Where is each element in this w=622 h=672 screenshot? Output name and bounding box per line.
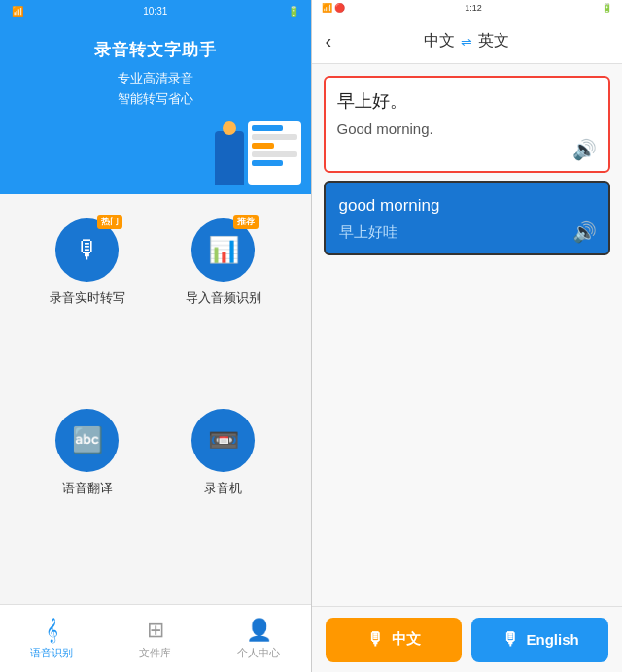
grid-item-translate[interactable]: 🔤 语音翻译 — [29, 409, 146, 580]
en-record-button[interactable]: 🎙 English — [471, 618, 608, 662]
result-main-text: good morning — [339, 196, 596, 216]
nav-item-voice[interactable]: 𝄞 语音识别 — [0, 618, 104, 660]
en-btn-label: English — [527, 631, 579, 648]
grid-icon-translate-wrap: 🔤 — [55, 409, 119, 472]
illus-card — [248, 121, 301, 185]
feature-grid: 热门 🎙 录音实时转写 推荐 📊 导入音频识别 🔤 语音翻译 📼 录音机 — [0, 194, 311, 604]
mic-icon: 🎙 — [75, 235, 100, 265]
grid-label-realtime: 录音实时转写 — [50, 289, 125, 307]
illus-line-1 — [252, 125, 284, 131]
grid-item-recorder[interactable]: 📼 录音机 — [165, 409, 282, 580]
illus-line-5 — [252, 160, 284, 166]
files-nav-icon: ⊞ — [147, 618, 164, 643]
bottom-nav: 𝄞 语音识别 ⊞ 文件库 👤 个人中心 — [0, 604, 311, 672]
en-mic-icon: 🎙 — [501, 629, 519, 650]
nav-label-profile: 个人中心 — [237, 646, 280, 660]
header-illustration — [215, 121, 301, 185]
grid-item-import[interactable]: 推荐 📊 导入音频识别 — [165, 218, 282, 389]
left-status-bar: 📶 10:31 🔋 — [0, 6, 311, 17]
nav-item-files[interactable]: ⊞ 文件库 — [104, 618, 208, 660]
result-text-box: good morning 早上好哇 🔊 — [324, 181, 611, 255]
grid-icon-recorder-wrap: 📼 — [191, 409, 255, 472]
lang-from: 中文 — [424, 31, 455, 51]
left-panel: 📶 10:31 🔋 录音转文字助手 专业高清录音智能转写省心 热门 🎙 录音实时… — [0, 0, 311, 672]
recorder-icon: 📼 — [208, 425, 239, 455]
right-header: ‹ 中文 ⇌ 英文 — [312, 19, 623, 64]
illus-line-2 — [252, 134, 297, 140]
source-text-box: 早上好。 Good morning. 🔊 — [324, 76, 611, 173]
grid-label-translate: 语音翻译 — [62, 480, 113, 497]
cn-record-button[interactable]: 🎙 中文 — [326, 618, 463, 662]
source-chinese-text: 早上好。 — [337, 89, 598, 113]
grid-item-realtime[interactable]: 热门 🎙 录音实时转写 — [29, 218, 146, 389]
translate-icon: 🔤 — [72, 425, 103, 455]
profile-nav-icon: 👤 — [246, 618, 272, 643]
lang-swap-icon[interactable]: ⇌ — [461, 34, 472, 50]
nav-label-files: 文件库 — [139, 646, 171, 660]
source-english-text: Good morning. — [337, 120, 598, 137]
result-sub-text: 早上好哇 — [339, 223, 596, 242]
badge-hot: 热门 — [97, 215, 122, 229]
grid-icon-import-wrap: 推荐 📊 — [191, 218, 255, 282]
voice-nav-icon: 𝄞 — [46, 618, 58, 643]
nav-label-voice: 语音识别 — [30, 646, 73, 660]
right-signal-icon: 📶 🔴 — [322, 3, 346, 17]
app-subtitle: 专业高清录音智能转写省心 — [118, 69, 193, 110]
right-status-bar: 📶 🔴 1:12 🔋 — [312, 0, 623, 19]
left-battery-icon: 🔋 — [288, 6, 299, 17]
cn-btn-label: 中文 — [392, 630, 421, 649]
left-time: 10:31 — [143, 6, 167, 17]
grid-label-recorder: 录音机 — [204, 480, 242, 497]
grid-label-import: 导入音频识别 — [186, 289, 261, 307]
right-bottom-bar: 🎙 中文 🎙 English — [312, 606, 623, 672]
chart-icon: 📊 — [208, 235, 239, 265]
back-button[interactable]: ‹ — [326, 30, 332, 52]
badge-recommend: 推荐 — [233, 215, 259, 229]
source-speaker-icon[interactable]: 🔊 — [572, 138, 597, 161]
result-speaker-icon[interactable]: 🔊 — [572, 220, 597, 244]
lang-to: 英文 — [478, 31, 509, 51]
grid-icon-realtime-wrap: 热门 🎙 — [55, 218, 119, 282]
right-time: 1:12 — [465, 3, 482, 17]
illus-line-4 — [252, 151, 297, 157]
left-header: 📶 10:31 🔋 录音转文字助手 专业高清录音智能转写省心 — [0, 0, 311, 194]
cn-mic-icon: 🎙 — [366, 629, 384, 650]
app-title: 录音转文字助手 — [94, 39, 217, 61]
illus-line-3 — [252, 143, 275, 149]
nav-item-profile[interactable]: 👤 个人中心 — [207, 618, 311, 660]
translation-area: 早上好。 Good morning. 🔊 good morning 早上好哇 🔊 — [312, 64, 623, 606]
illus-person — [215, 131, 244, 185]
translation-direction: 中文 ⇌ 英文 — [424, 31, 509, 51]
right-panel: 📶 🔴 1:12 🔋 ‹ 中文 ⇌ 英文 早上好。 Good morning. … — [312, 0, 623, 672]
left-signal-icon: 📶 — [12, 6, 23, 17]
right-battery-icon: 🔋 — [602, 3, 612, 17]
